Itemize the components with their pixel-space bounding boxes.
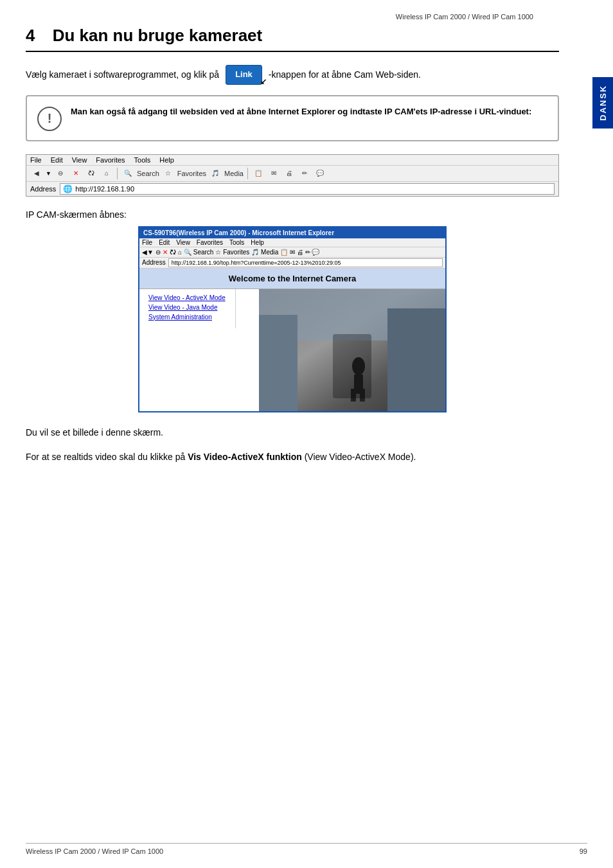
chapter-title-text: Du kan nu bruge kameraet	[53, 26, 263, 45]
mail-button[interactable]: ✉	[267, 168, 280, 179]
search-label: Search	[137, 170, 159, 177]
big-menu-tools: Tools	[229, 239, 244, 246]
browser-toolbar: ◀ ▼ ⊖ ✕ 🗘 ⌂ 🔍 Search ☆ Favorites 🎵 Media…	[26, 166, 558, 182]
body-text-2-bold: Vis Video-ActiveX funktion	[188, 452, 302, 462]
stop-button[interactable]: ✕	[69, 168, 82, 179]
body-text-2: For at se realtids video skal du klikke …	[26, 450, 559, 464]
svg-rect-5	[354, 375, 363, 394]
link-admin[interactable]: System Administration	[148, 314, 226, 321]
section-label: IP CAM-skærmen åbnes:	[26, 209, 559, 220]
big-menu-help: Help	[251, 239, 264, 246]
forward-button[interactable]: ⊖	[54, 168, 67, 179]
browser-big-content: Welcome to the Internet Camera View Vide…	[139, 269, 445, 411]
product-name-text: Wireless IP Cam 2000 / Wired IP Cam 1000	[396, 13, 533, 21]
search-button[interactable]: 🔍	[121, 168, 134, 179]
big-stop: ✕	[163, 249, 168, 256]
media-label: Media	[224, 170, 244, 177]
note-text: Man kan også få adgang til websiden ved …	[71, 105, 531, 118]
browser-big-toolbar: ◀▼ ⊖ ✕ 🗘 ⌂ 🔍 Search ☆ Favorites 🎵 Media …	[139, 247, 445, 258]
welcome-header: Welcome to the Internet Camera	[139, 269, 445, 289]
menu-view[interactable]: View	[72, 156, 87, 164]
big-media: 🎵 Media	[251, 249, 278, 256]
browser-links-panel: View Video - ActiveX Mode View Video - J…	[139, 289, 236, 328]
link-java[interactable]: View Video - Java Mode	[148, 304, 226, 311]
menu-file[interactable]: File	[30, 156, 42, 164]
print-button[interactable]: 🖨	[283, 168, 296, 179]
favorites-star[interactable]: ☆	[162, 168, 175, 179]
footer-page-number: 99	[580, 847, 587, 855]
svg-rect-7	[360, 389, 365, 402]
big-favorites: ☆ Favorites	[215, 249, 249, 256]
media-button[interactable]: 🎵	[209, 168, 222, 179]
intro-text-after: -knappen for at åbne Cam Web-siden.	[269, 67, 421, 82]
footer-product-name: Wireless IP Cam 2000 / Wired IP Cam 1000	[26, 847, 163, 855]
browser-big-menu: File Edit View Favorites Tools Help	[139, 238, 445, 247]
menu-help[interactable]: Help	[159, 156, 174, 164]
address-input[interactable]: 🌐 http://192.168.1.90	[60, 183, 555, 195]
link-activex[interactable]: View Video - ActiveX Mode	[148, 294, 226, 301]
svg-point-4	[352, 357, 365, 375]
camera-live-image	[259, 289, 445, 411]
body-text-2-after: (View Video-ActiveX Mode).	[302, 452, 416, 462]
link-button[interactable]: Link	[226, 65, 262, 85]
home-button[interactable]: ⌂	[100, 168, 113, 179]
big-address-value: http://192.168.1.90/top.htm?Currenttime=…	[168, 258, 443, 267]
page-footer: Wireless IP Cam 2000 / Wired IP Cam 1000…	[26, 843, 587, 855]
back-arrow: ▼	[46, 170, 51, 177]
svg-rect-3	[387, 308, 445, 411]
browser-big-address: Address http://192.168.1.90/top.htm?Curr…	[139, 258, 445, 269]
browser-main-area: View Video - ActiveX Mode View Video - J…	[139, 289, 445, 411]
menu-edit[interactable]: Edit	[51, 156, 63, 164]
favorites-label: Favorites	[177, 170, 206, 177]
big-back: ◀▼	[142, 249, 154, 256]
browser-top-simulation: File Edit View Favorites Tools Help ◀ ▼ …	[26, 154, 559, 197]
big-home: ⌂	[178, 249, 182, 256]
svg-rect-6	[351, 389, 356, 402]
body-text-2-before: For at se realtids video skal du klikke …	[26, 452, 188, 462]
history-button[interactable]: 📋	[252, 168, 265, 179]
big-address-label: Address	[142, 259, 166, 266]
menu-tools[interactable]: Tools	[134, 156, 151, 164]
body-text-1: Du vil se et billede i denne skærm.	[26, 425, 559, 439]
note-box: ! Man kan også få adgang til websiden ve…	[26, 95, 559, 141]
toolbar-separator-1	[117, 168, 118, 179]
big-menu-view: View	[176, 239, 190, 246]
big-menu-file: File	[142, 239, 152, 246]
page-icon: 🌐	[63, 184, 73, 193]
browser-big-title: CS-590T96(Wireless IP Cam 2000) - Micros…	[139, 227, 445, 238]
big-refresh: 🗘	[170, 249, 176, 256]
address-label: Address	[30, 185, 56, 193]
menu-favorites[interactable]: Favorites	[96, 156, 125, 164]
browser-menu-bar: File Edit View Favorites Tools Help	[26, 155, 558, 166]
intro-text-before: Vælg kameraet i softwareprogrammet, og k…	[26, 67, 219, 82]
big-menu-favorites: Favorites	[197, 239, 223, 246]
note-icon: !	[37, 107, 62, 131]
back-button[interactable]: ◀	[30, 168, 43, 179]
edit-button[interactable]: ✏	[298, 168, 311, 179]
toolbar-separator-2	[247, 168, 248, 179]
browser-address-bar: Address 🌐 http://192.168.1.90	[26, 182, 558, 196]
address-value: http://192.168.1.90	[75, 185, 134, 193]
big-forward: ⊖	[155, 249, 161, 256]
intro-paragraph: Vælg kameraet i softwareprogrammet, og k…	[26, 65, 559, 85]
link-button-label: Link	[235, 68, 253, 82]
header-product-name: Wireless IP Cam 2000 / Wired IP Cam 1000	[26, 13, 559, 21]
big-search: 🔍 Search	[184, 249, 213, 256]
browser-big-screenshot: CS-590T96(Wireless IP Cam 2000) - Micros…	[138, 226, 447, 412]
refresh-button[interactable]: 🗘	[85, 168, 98, 179]
big-icons: 📋 ✉ 🖨 ✏ 💬	[280, 249, 319, 256]
language-tab: DANSK	[592, 77, 613, 128]
chapter-number: 4	[26, 26, 35, 45]
camera-svg	[259, 289, 445, 411]
svg-rect-2	[259, 315, 298, 411]
discuss-button[interactable]: 💬	[314, 168, 326, 179]
big-menu-edit: Edit	[159, 239, 170, 246]
chapter-title: 4 Du kan nu bruge kameraet	[26, 26, 559, 52]
